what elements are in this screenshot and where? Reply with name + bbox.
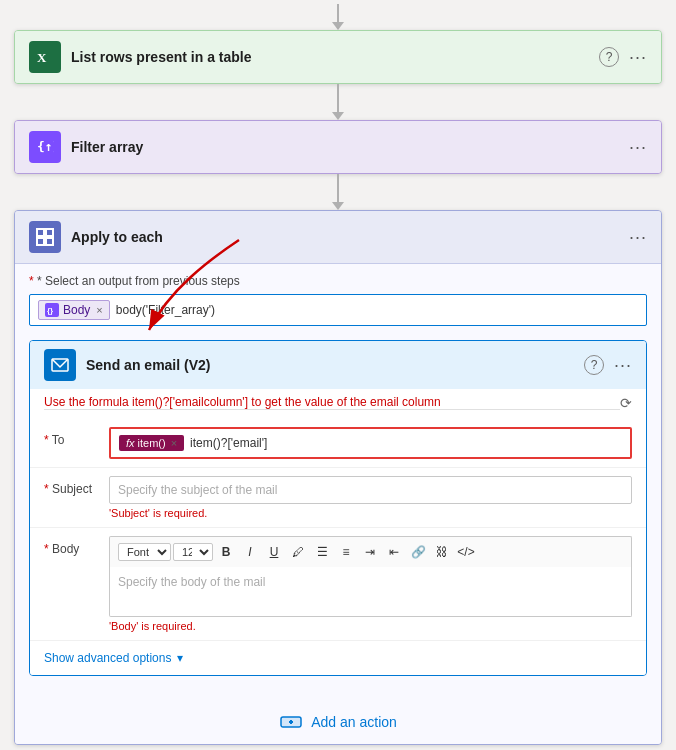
top-connector [332,0,344,30]
apply-actions: ··· [629,227,647,248]
svg-rect-4 [37,238,44,245]
svg-rect-3 [46,229,53,236]
to-token-close[interactable]: × [171,437,177,449]
list-rows-actions: ? ··· [599,47,647,68]
refresh-icon[interactable]: ⟳ [620,395,632,411]
item-email-value: item()?['email'] [190,436,267,450]
link-button[interactable]: 🔗 [407,541,429,563]
svg-rect-5 [46,238,53,245]
excel-icon: X [29,41,61,73]
to-field[interactable]: fx item() × item()?['email'] [109,427,632,459]
apply-icon [29,221,61,253]
to-field-row: * To fx item() × item()?['email'] [30,419,646,468]
add-action-button[interactable]: Add an action [29,690,647,744]
subject-error: 'Subject' is required. [109,507,632,519]
outdent-button[interactable]: ⇤ [383,541,405,563]
add-action-label: Add an action [311,714,397,730]
indent-button[interactable]: ⇥ [359,541,381,563]
filter-array-more-icon[interactable]: ··· [629,137,647,158]
body-input[interactable]: Specify the body of the mail [109,567,632,617]
unlink-button[interactable]: ⛓ [431,541,453,563]
list-rows-card: X List rows present in a table ? ··· [14,30,662,84]
send-email-card: Send an email (V2) ? ··· Use the formula… [29,340,647,676]
to-token-area[interactable]: fx item() × item()?['email'] [109,427,632,459]
show-advanced-options[interactable]: Show advanced options ▾ [30,641,646,675]
list-rows-help-icon[interactable]: ? [599,47,619,67]
add-action-icon [279,710,303,734]
red-arrow-svg [89,230,289,350]
body-label: * Body [44,536,99,556]
italic-button[interactable]: I [239,541,261,563]
size-select[interactable]: 12 ▼ [173,543,213,561]
body-field-row: * Body Font 12 ▼ B I U 🖊 [30,528,646,641]
svg-rect-2 [37,229,44,236]
filter-array-header[interactable]: {↑} Filter array ··· [15,121,661,173]
filter-token-icon: {} [45,303,59,317]
apply-to-each-card: Apply to each ··· * * Select an output f… [14,210,662,745]
svg-text:{}: {} [47,306,53,315]
send-email-title: Send an email (V2) [86,357,574,373]
filter-icon: {↑} [29,131,61,163]
bold-button[interactable]: B [215,541,237,563]
underline-button[interactable]: U [263,541,285,563]
email-icon [44,349,76,381]
unordered-list-button[interactable]: ☰ [311,541,333,563]
send-email-header-actions: ? ··· [584,355,632,376]
subject-field[interactable]: Specify the subject of the mail 'Subject… [109,476,632,519]
svg-text:{↑}: {↑} [37,139,54,154]
send-email-more-icon[interactable]: ··· [614,355,632,376]
subject-label: * Subject [44,476,99,496]
chevron-down-icon: ▾ [177,651,183,665]
filter-array-card: {↑} Filter array ··· [14,120,662,174]
svg-text:X: X [37,50,47,65]
font-select[interactable]: Font [118,543,171,561]
list-rows-header[interactable]: X List rows present in a table ? ··· [15,31,661,83]
connector-1 [332,84,344,120]
apply-body: * * Select an output from previous steps… [15,263,661,744]
connector-2 [332,174,344,210]
info-message-row: Use the formula item()?['emailcolumn'] t… [30,389,646,419]
info-message: Use the formula item()?['emailcolumn'] t… [44,395,620,410]
to-label: * To [44,427,99,447]
subject-input[interactable]: Specify the subject of the mail [109,476,632,504]
filter-array-actions: ··· [629,137,647,158]
highlight-button[interactable]: 🖊 [287,541,309,563]
apply-more-icon[interactable]: ··· [629,227,647,248]
body-toolbar[interactable]: Font 12 ▼ B I U 🖊 ☰ ≡ ⇥ ⇤ [109,536,632,567]
list-rows-title: List rows present in a table [71,49,589,65]
body-field[interactable]: Font 12 ▼ B I U 🖊 ☰ ≡ ⇥ ⇤ [109,536,632,632]
fx-token[interactable]: fx item() × [119,435,184,451]
send-email-help-icon[interactable]: ? [584,355,604,375]
code-button[interactable]: </> [455,541,477,563]
subject-field-row: * Subject Specify the subject of the mai… [30,468,646,528]
body-error: 'Body' is required. [109,620,632,632]
filter-array-title: Filter array [71,139,619,155]
list-rows-more-icon[interactable]: ··· [629,47,647,68]
ordered-list-button[interactable]: ≡ [335,541,357,563]
